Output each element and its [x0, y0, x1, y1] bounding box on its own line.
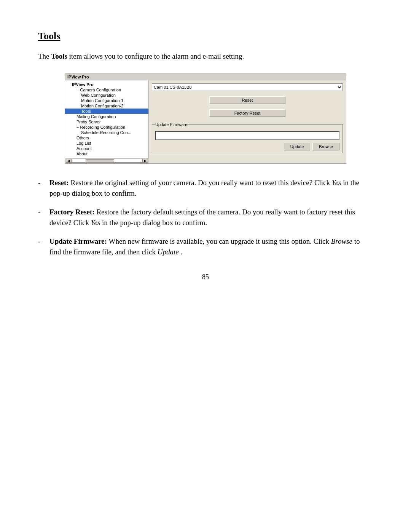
- bullet-content-reset: Reset: Restore the original setting of y…: [49, 177, 373, 199]
- bullet-dash-3: -: [38, 236, 49, 258]
- page-title: Tools: [38, 30, 373, 42]
- tree-item-motion-2: Motion Configuration-2: [65, 103, 148, 109]
- screenshot-mockup: IPView Pro IPView Pro − Camera Configura…: [65, 73, 346, 164]
- screenshot-titlebar: IPView Pro: [65, 74, 346, 80]
- firmware-text3: .: [181, 248, 183, 256]
- bullet-list: - Reset: Restore the original setting of…: [38, 177, 373, 258]
- cam-select[interactable]: Cam 01 CS-8A13B8: [152, 83, 343, 91]
- tree-item-log-list: Log List: [65, 141, 148, 146]
- firmware-legend: Update Firmware: [155, 122, 187, 127]
- tree-item-about: About: [65, 151, 148, 157]
- factory-reset-button[interactable]: Factory Reset: [209, 109, 285, 117]
- bullet-content-firmware: Update Firmware: When new firmware is av…: [49, 236, 373, 258]
- intro-text-before: The: [38, 52, 51, 60]
- tree-item-tools[interactable]: Tools: [65, 109, 148, 114]
- scroll-right-btn[interactable]: ▶: [143, 159, 148, 163]
- scrollbar-track: [71, 159, 143, 163]
- reset-yes: Yes: [332, 179, 341, 187]
- tree-item-schedule: Schedule-Recording Con...: [65, 130, 148, 135]
- reset-button[interactable]: Reset: [209, 96, 285, 104]
- firmware-buttons: Update Browse: [155, 143, 339, 150]
- tree-panel: IPView Pro − Camera Configuration Web Co…: [65, 80, 149, 158]
- factory-reset-yes: Yes: [91, 219, 100, 227]
- browse-button[interactable]: Browse: [312, 143, 339, 150]
- bullet-dash-2: -: [38, 207, 49, 228]
- tree-item-others: Others: [65, 135, 148, 141]
- scroll-left-btn[interactable]: ◀: [66, 159, 71, 163]
- bullet-dash-1: -: [38, 177, 49, 199]
- tree-scrollbar[interactable]: ◀ ▶: [65, 158, 149, 163]
- update-button[interactable]: Update: [284, 143, 310, 150]
- intro-paragraph: The Tools item allows you to configure t…: [38, 51, 373, 62]
- firmware-term: Update Firmware:: [49, 237, 107, 245]
- list-item-reset: - Reset: Restore the original setting of…: [38, 177, 373, 199]
- tree-item-mailing: Mailing Configuration: [65, 114, 148, 119]
- screenshot-body: IPView Pro − Camera Configuration Web Co…: [65, 80, 346, 163]
- intro-text-after: item allows you to configure to the alar…: [67, 52, 244, 60]
- factory-reset-term: Factory Reset:: [49, 208, 95, 216]
- tree-item-camera-config: − Camera Configuration: [65, 87, 148, 93]
- list-item-firmware: - Update Firmware: When new firmware is …: [38, 236, 373, 258]
- intro-bold-word: Tools: [51, 52, 67, 60]
- content-spacer: [152, 155, 343, 160]
- page-number: 85: [38, 273, 373, 281]
- firmware-update-word: Update: [158, 248, 179, 256]
- list-item-factory-reset: - Factory Reset: Restore the factory def…: [38, 207, 373, 228]
- factory-reset-text2: in the pop-up dialog box to confirm.: [102, 219, 207, 227]
- firmware-file-input[interactable]: [155, 131, 339, 140]
- content-panel-header: Cam 01 CS-8A13B8: [152, 83, 343, 91]
- tree-item-proxy: Proxy Server: [65, 119, 148, 125]
- tree-root: IPView Pro: [65, 82, 148, 87]
- reset-term: Reset:: [49, 179, 69, 187]
- tree-item-motion-1: Motion Configuration-1: [65, 98, 148, 103]
- tree-item-account: Account: [65, 146, 148, 151]
- firmware-browse-word: Browse: [331, 237, 352, 245]
- reset-text: Restore the original setting of your cam…: [70, 179, 331, 187]
- scrollbar-thumb: [86, 159, 114, 162]
- firmware-group: Update Firmware Update Browse: [152, 122, 343, 153]
- tree-item-recording-config: − Recording Configuration: [65, 125, 148, 130]
- bullet-content-factory-reset: Factory Reset: Restore the factory defau…: [49, 207, 373, 228]
- firmware-text: When new firmware is available, you can …: [109, 237, 331, 245]
- tree-item-web-config: Web Configuration: [65, 93, 148, 98]
- content-panel: Cam 01 CS-8A13B8 Reset Factory Reset Upd…: [149, 80, 346, 163]
